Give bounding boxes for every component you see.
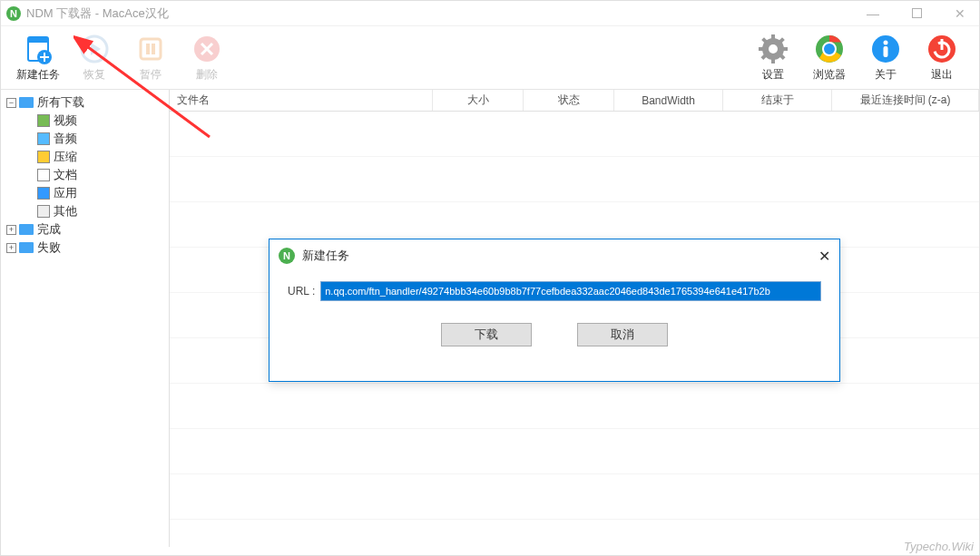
col-size[interactable]: 大小: [433, 90, 524, 111]
tree-other[interactable]: 其他: [3, 202, 167, 220]
tree-audio[interactable]: 音频: [3, 130, 167, 148]
cancel-button[interactable]: 取消: [577, 323, 668, 346]
info-icon: [869, 33, 902, 65]
folder-icon: [19, 97, 34, 108]
dialog-title-text: 新建任务: [302, 248, 349, 264]
col-status[interactable]: 状态: [524, 90, 614, 111]
tree-all-downloads[interactable]: −所有下载: [3, 93, 167, 112]
tree-done[interactable]: +完成: [3, 220, 167, 239]
exit-button[interactable]: 退出: [914, 28, 970, 88]
toolbar-left: 新建任务 恢复 暂停 删除: [10, 28, 235, 88]
dialog-close-button[interactable]: ✕: [818, 248, 830, 265]
category-tree: −所有下载 视频 音频 压缩 文档 应用 其他 +完成 +失败: [3, 93, 167, 257]
url-label: URL :: [288, 285, 315, 298]
tree-document[interactable]: 文档: [3, 166, 167, 184]
play-icon: [78, 33, 111, 65]
maximize-button[interactable]: [903, 6, 930, 21]
svg-rect-4: [141, 39, 161, 59]
pause-button[interactable]: 暂停: [122, 28, 179, 88]
svg-rect-12: [759, 47, 764, 51]
power-icon: [926, 33, 958, 65]
document-icon: [37, 169, 50, 181]
sidebar: −所有下载 视频 音频 压缩 文档 应用 其他 +完成 +失败: [1, 90, 170, 547]
dialog-app-icon: N: [279, 248, 295, 264]
delete-icon: [191, 33, 223, 65]
download-button[interactable]: 下载: [441, 323, 532, 346]
table-header: 文件名 大小 状态 BandWidth 结束于 最近连接时间 (z-a): [170, 90, 979, 112]
expand-icon[interactable]: +: [6, 225, 16, 235]
minimize-button[interactable]: —: [859, 6, 887, 21]
new-task-icon: [22, 33, 54, 65]
tree-archive[interactable]: 压缩: [3, 148, 167, 166]
folder-icon: [19, 224, 34, 235]
settings-button[interactable]: 设置: [745, 28, 801, 88]
svg-rect-10: [771, 34, 775, 40]
url-input[interactable]: [320, 281, 821, 301]
toolbar: 新建任务 恢复 暂停 删除: [1, 26, 979, 90]
folder-icon: [19, 242, 34, 253]
svg-rect-25: [941, 39, 944, 50]
dialog-titlebar: N 新建任务 ✕: [270, 239, 839, 272]
resume-button[interactable]: 恢复: [66, 28, 122, 88]
tree-app[interactable]: 应用: [3, 184, 167, 202]
svg-rect-5: [146, 44, 150, 54]
expand-icon[interactable]: +: [6, 243, 16, 253]
watermark: Typecho.Wiki: [904, 540, 974, 553]
dialog-buttons: 下载 取消: [270, 323, 839, 346]
pause-icon: [134, 33, 167, 65]
app-window: N NDM 下载器 - MacAce汉化 — ✕ 新建任务 恢复: [0, 0, 980, 556]
audio-icon: [37, 132, 50, 145]
svg-rect-13: [782, 47, 788, 51]
archive-icon: [37, 151, 50, 163]
titlebar: N NDM 下载器 - MacAce汉化 — ✕: [1, 1, 979, 26]
app-icon: [37, 187, 50, 200]
svg-rect-6: [152, 44, 155, 54]
new-task-button[interactable]: 新建任务: [10, 28, 66, 88]
svg-rect-1: [28, 37, 48, 43]
svg-point-19: [823, 43, 836, 55]
close-button[interactable]: ✕: [946, 6, 974, 21]
tree-failed[interactable]: +失败: [3, 239, 167, 257]
svg-point-21: [884, 41, 888, 45]
app-icon: N: [6, 6, 21, 21]
gear-icon: [757, 33, 789, 65]
window-controls: — ✕: [859, 6, 974, 21]
collapse-icon[interactable]: −: [6, 98, 16, 108]
other-icon: [37, 205, 50, 218]
dialog-body: URL :: [270, 272, 839, 310]
svg-rect-11: [771, 58, 775, 63]
col-bandwidth[interactable]: BandWidth: [614, 90, 723, 111]
new-task-dialog: N 新建任务 ✕ URL : 下载 取消: [269, 239, 840, 382]
chrome-icon: [813, 33, 846, 65]
window-title: NDM 下载器 - MacAce汉化: [26, 5, 169, 22]
about-button[interactable]: 关于: [858, 28, 914, 88]
tree-video[interactable]: 视频: [3, 112, 167, 130]
toolbar-right: 设置 浏览器 关于 退出: [745, 28, 970, 88]
svg-point-9: [769, 44, 778, 54]
delete-button[interactable]: 删除: [179, 28, 235, 88]
col-filename[interactable]: 文件名: [170, 90, 433, 111]
col-end[interactable]: 结束于: [723, 90, 832, 111]
col-recent[interactable]: 最近连接时间 (z-a): [832, 90, 979, 111]
svg-rect-22: [884, 46, 888, 57]
browser-button[interactable]: 浏览器: [801, 28, 858, 88]
video-icon: [37, 114, 50, 127]
